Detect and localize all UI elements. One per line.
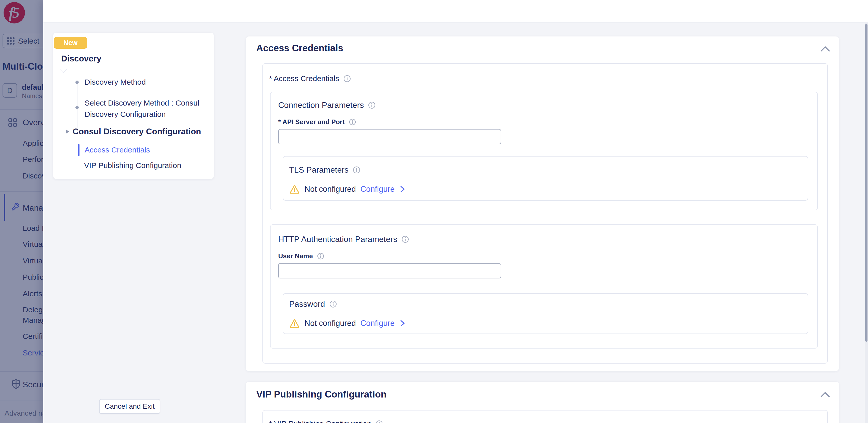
step-consul-discovery-configuration[interactable]: Consul Discovery Configuration	[72, 127, 201, 136]
connection-parameters-title: Connection Parameters	[278, 101, 364, 110]
info-icon[interactable]	[317, 252, 324, 260]
password-status-row: Not configured Configure	[289, 318, 406, 329]
step-dot	[75, 106, 79, 109]
active-substep-bar	[78, 144, 80, 156]
collapse-chevron-icon[interactable]	[820, 45, 831, 53]
tls-parameters-title: TLS Parameters	[289, 165, 348, 175]
tls-status-text: Not configured	[305, 185, 356, 194]
tls-heading-row: TLS Parameters	[289, 165, 361, 175]
info-icon[interactable]	[343, 75, 351, 83]
tls-configure-link[interactable]: Configure	[361, 185, 395, 194]
new-badge: New	[54, 37, 87, 49]
http-auth-heading-row: HTTP Authentication Parameters	[278, 234, 409, 244]
api-server-and-port-input[interactable]	[278, 129, 501, 144]
panel-header	[43, 0, 868, 23]
substep-access-credentials[interactable]: Access Credentials	[85, 146, 150, 154]
api-server-and-port-label: * API Server and Port	[278, 118, 345, 126]
chevron-right-icon	[399, 319, 406, 327]
http-auth-parameters-title: HTTP Authentication Parameters	[278, 234, 397, 244]
user-name-label: User Name	[278, 252, 313, 260]
connection-parameters-heading-row: Connection Parameters	[278, 101, 376, 110]
info-icon[interactable]	[352, 166, 361, 174]
wizard-title: Discovery	[61, 54, 101, 63]
password-title: Password	[289, 299, 325, 309]
password-status-text: Not configured	[305, 319, 356, 328]
warning-icon	[289, 318, 300, 329]
collapse-chevron-icon[interactable]	[820, 391, 831, 398]
info-icon[interactable]	[349, 118, 356, 126]
step-discovery-method[interactable]: Discovery Method	[85, 78, 146, 86]
info-icon[interactable]	[368, 101, 376, 109]
access-credentials-fieldset-label: * Access Credentials	[269, 74, 339, 83]
user-name-label-row: User Name	[278, 252, 324, 260]
access-credentials-title: Access Credentials	[256, 43, 343, 54]
sidebar-dim-overlay	[0, 0, 43, 423]
step-arrow-icon	[66, 129, 69, 134]
step-select-discovery-method[interactable]: Select Discovery Method : Consul Discove…	[85, 97, 212, 120]
wizard-divider	[53, 70, 214, 70]
vip-fieldset-label-row: * VIP Publishing Configuration	[269, 419, 383, 423]
info-icon[interactable]	[401, 235, 409, 243]
step-dot	[75, 81, 79, 84]
fieldset-label-row: * Access Credentials	[269, 74, 351, 83]
vip-publishing-title: VIP Publishing Configuration	[256, 389, 386, 400]
chevron-right-icon	[399, 186, 406, 193]
scrollbar-thumb[interactable]	[865, 24, 867, 342]
warning-icon	[289, 184, 300, 194]
user-name-input[interactable]	[278, 263, 501, 278]
info-icon[interactable]	[375, 420, 383, 423]
info-icon[interactable]	[329, 300, 337, 308]
password-heading-row: Password	[289, 299, 337, 309]
api-server-label-row: * API Server and Port	[278, 118, 356, 126]
substep-vip-publishing[interactable]: VIP Publishing Configuration	[84, 161, 181, 170]
cancel-and-exit-button[interactable]: Cancel and Exit	[99, 399, 160, 414]
tls-status-row: Not configured Configure	[289, 184, 406, 194]
vip-publishing-fieldset-label: * VIP Publishing Configuration	[269, 419, 371, 423]
password-configure-link[interactable]: Configure	[361, 319, 395, 328]
